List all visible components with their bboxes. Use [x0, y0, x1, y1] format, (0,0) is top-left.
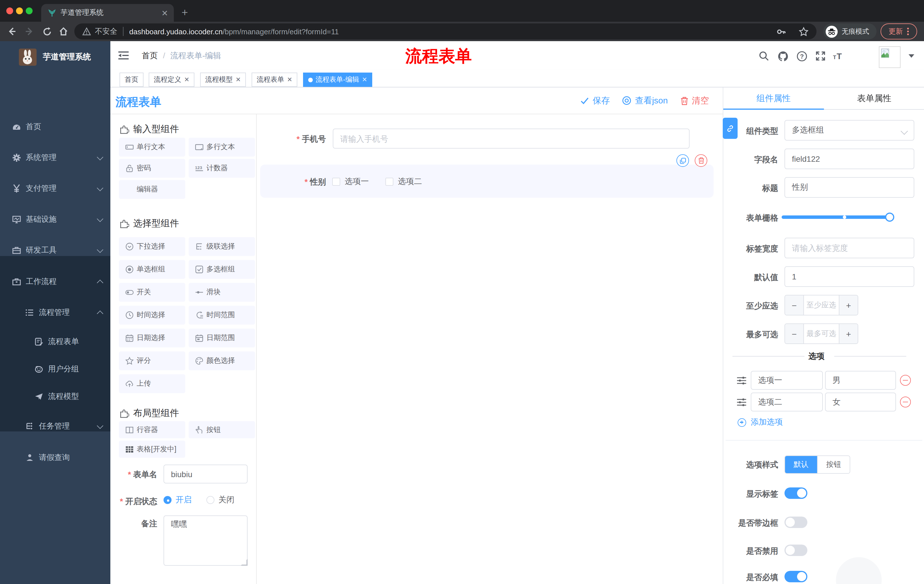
- sidebar-item-home[interactable]: 首页: [0, 112, 111, 142]
- grid-slider-track[interactable]: [782, 216, 894, 219]
- component-tile-counter[interactable]: 123 计数器: [189, 159, 255, 178]
- status-radio-off[interactable]: 关闭: [206, 495, 234, 505]
- view-json-button[interactable]: 查看json: [622, 95, 668, 106]
- clear-button[interactable]: 清空: [680, 95, 709, 106]
- style-default-button[interactable]: 默认: [785, 456, 817, 473]
- new-tab-button[interactable]: ＋: [180, 7, 190, 17]
- browser-menu-icon[interactable]: [907, 28, 909, 35]
- gender-checkbox-1[interactable]: [332, 178, 340, 186]
- sidebar-item-process-mgmt[interactable]: 流程管理: [0, 297, 111, 328]
- min-select-input[interactable]: 至少应选: [804, 295, 839, 315]
- option-label-input[interactable]: [751, 397, 822, 406]
- address-bar[interactable]: 不安全 dashboard.yudao.iocoder.cn/bpm/manag…: [74, 23, 817, 39]
- default-value-input[interactable]: [785, 272, 914, 281]
- option-value-input[interactable]: [826, 397, 895, 406]
- hamburger-icon[interactable]: [117, 49, 130, 62]
- decrease-button[interactable]: −: [785, 295, 804, 315]
- password-key-icon[interactable]: [777, 26, 786, 36]
- required-switch[interactable]: [784, 571, 807, 582]
- tag-close-icon[interactable]: ✕: [236, 76, 241, 84]
- sidebar-item-process-form[interactable]: 流程表单: [0, 328, 111, 355]
- selected-component-gender[interactable]: 性别 选项一 选项二: [260, 165, 714, 198]
- window-zoom-button[interactable]: [26, 7, 33, 14]
- remove-option-button[interactable]: [900, 375, 911, 386]
- tag-close-icon[interactable]: ✕: [287, 76, 292, 84]
- avatar-caret-icon[interactable]: [909, 54, 914, 58]
- tag-home[interactable]: 首页: [119, 72, 144, 87]
- sidebar-item-process-model[interactable]: 流程模型: [0, 383, 111, 410]
- component-tile-slider[interactable]: 滑块: [189, 283, 255, 302]
- show-label-switch[interactable]: [784, 487, 807, 499]
- tag-close-icon[interactable]: ✕: [362, 76, 367, 84]
- component-tile-time[interactable]: 时间选择: [119, 306, 185, 324]
- tag-process-model[interactable]: 流程模型✕: [200, 72, 246, 87]
- fullscreen-icon[interactable]: [814, 50, 827, 62]
- delete-component-button[interactable]: [695, 154, 707, 167]
- component-tile-row[interactable]: 行容器: [119, 421, 185, 438]
- update-button[interactable]: 更新: [881, 23, 917, 39]
- component-tile-editor[interactable]: 编辑器: [119, 180, 185, 199]
- component-tile-radio-group[interactable]: 单选框组: [119, 260, 185, 279]
- field-name-input[interactable]: [785, 154, 914, 163]
- max-select-input[interactable]: 最多可选: [804, 324, 839, 344]
- font-size-icon[interactable]: TT: [832, 50, 845, 62]
- component-tile-date-range[interactable]: 日期范围: [189, 329, 255, 347]
- remove-option-button[interactable]: [900, 396, 911, 408]
- reload-button[interactable]: [41, 25, 53, 38]
- option-label-input[interactable]: [751, 376, 822, 385]
- component-tile-table[interactable]: 表格[开发中]: [119, 441, 185, 458]
- disabled-switch[interactable]: [784, 545, 807, 556]
- component-tile-color[interactable]: 颜色选择: [189, 351, 255, 370]
- form-remark-textarea[interactable]: 嘿嘿: [163, 515, 248, 566]
- option-value-input[interactable]: [826, 376, 895, 385]
- status-radio-on[interactable]: 开启: [163, 495, 191, 505]
- slider-handle[interactable]: [885, 212, 894, 222]
- tag-process-def[interactable]: 流程定义✕: [148, 72, 195, 87]
- breadcrumb-home[interactable]: 首页: [142, 51, 158, 61]
- save-button[interactable]: 保存: [581, 95, 610, 106]
- form-canvas[interactable]: 手机号 性别 选项一 选项二: [257, 114, 723, 584]
- github-icon[interactable]: [777, 50, 789, 62]
- component-tile-checkbox-group[interactable]: 多选框组: [189, 260, 255, 279]
- component-tile-switch[interactable]: 开关: [119, 283, 185, 302]
- tag-process-form-edit[interactable]: 流程表单-编辑✕: [303, 72, 372, 87]
- sidebar-item-system[interactable]: 系统管理: [0, 142, 111, 173]
- drag-handle-icon[interactable]: [736, 376, 747, 385]
- sidebar-item-infra[interactable]: 基础设施: [0, 204, 111, 235]
- tag-close-icon[interactable]: ✕: [184, 76, 189, 84]
- browser-tab[interactable]: 芋道管理系统 ✕: [41, 4, 174, 22]
- help-icon[interactable]: ?: [795, 50, 808, 62]
- component-tile-cascader[interactable]: 级联选择: [189, 237, 255, 256]
- add-option-button[interactable]: 添加选项: [738, 417, 783, 428]
- bookmark-star-icon[interactable]: [799, 26, 808, 36]
- sidebar-item-task-mgmt[interactable]: 任务管理: [0, 410, 111, 442]
- tab-form-props[interactable]: 表单属性: [824, 87, 924, 110]
- sidebar-item-payment[interactable]: 支付管理: [0, 173, 111, 204]
- form-name-input[interactable]: [164, 469, 247, 479]
- sidebar-item-user-group[interactable]: 用户分组: [0, 355, 111, 383]
- component-type-select[interactable]: 多选框组: [784, 120, 914, 141]
- search-icon[interactable]: [757, 50, 770, 62]
- tab-component-props[interactable]: 组件属性: [723, 87, 824, 110]
- component-tile-date[interactable]: 日期选择: [119, 329, 185, 347]
- component-tile-button[interactable]: 按钮: [189, 421, 255, 438]
- component-tile-time-range[interactable]: 时间范围: [189, 306, 255, 324]
- increase-button[interactable]: +: [839, 324, 858, 344]
- forward-button[interactable]: [23, 25, 35, 38]
- title-input[interactable]: [785, 183, 914, 192]
- copy-component-button[interactable]: [676, 154, 689, 167]
- tab-close-icon[interactable]: ✕: [162, 8, 168, 17]
- sidebar-item-devtools[interactable]: 研发工具: [0, 235, 111, 266]
- border-switch[interactable]: [784, 517, 807, 528]
- drag-handle-icon[interactable]: [736, 398, 747, 407]
- window-close-button[interactable]: [6, 7, 13, 14]
- style-button-button[interactable]: 按钮: [817, 456, 850, 473]
- sidebar-item-workflow[interactable]: 工作流程: [0, 266, 111, 297]
- back-button[interactable]: [6, 25, 18, 38]
- component-tile-upload[interactable]: 上传: [119, 374, 185, 393]
- phone-input[interactable]: [333, 134, 689, 143]
- component-tile-input[interactable]: 单行文本: [119, 138, 185, 156]
- home-button[interactable]: [57, 25, 70, 38]
- gender-checkbox-2[interactable]: [385, 178, 393, 186]
- label-width-input[interactable]: [785, 243, 914, 253]
